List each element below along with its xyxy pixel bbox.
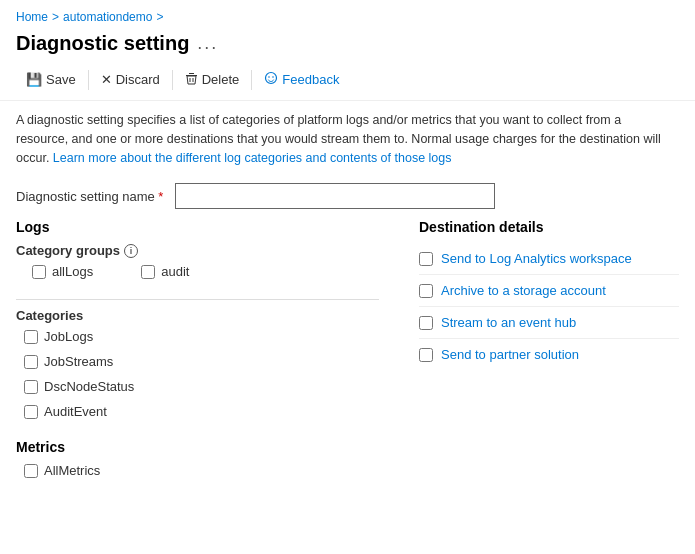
breadcrumb: Home > automationdemo > <box>0 0 695 28</box>
svg-point-5 <box>268 76 270 78</box>
dest-storage-account: Archive to a storage account <box>419 275 679 307</box>
categories-title: Categories <box>16 308 379 323</box>
discard-icon: ✕ <box>101 72 112 87</box>
toolbar-divider-2 <box>172 70 173 90</box>
logs-section-title: Logs <box>16 219 379 235</box>
breadcrumb-sep2: > <box>156 10 163 24</box>
DscNodeStatus-checkbox[interactable] <box>24 380 38 394</box>
log-analytics-label[interactable]: Send to Log Analytics workspace <box>441 251 632 266</box>
metrics-section-title: Metrics <box>16 439 679 455</box>
save-icon: 💾 <box>26 72 42 87</box>
AuditEvent-checkbox[interactable] <box>24 405 38 419</box>
save-label: Save <box>46 72 76 87</box>
delete-icon <box>185 72 198 88</box>
partner-solution-checkbox[interactable] <box>419 348 433 362</box>
checkbox-allLogs: allLogs <box>24 264 93 279</box>
setting-name-label: Diagnostic setting name * <box>16 189 163 204</box>
feedback-icon <box>264 71 278 88</box>
storage-account-label[interactable]: Archive to a storage account <box>441 283 606 298</box>
event-hub-checkbox[interactable] <box>419 316 433 330</box>
category-groups-info-icon[interactable]: i <box>124 244 138 258</box>
checkbox-audit: audit <box>133 264 189 279</box>
AllMetrics-label[interactable]: AllMetrics <box>44 463 100 478</box>
page-title-ellipsis[interactable]: ... <box>197 33 218 54</box>
toolbar-divider-3 <box>251 70 252 90</box>
allLogs-label[interactable]: allLogs <box>52 264 93 279</box>
feedback-button[interactable]: Feedback <box>254 67 349 92</box>
checkbox-JobLogs: JobLogs <box>16 329 379 344</box>
checkbox-AuditEvent: AuditEvent <box>16 404 379 419</box>
discard-label: Discard <box>116 72 160 87</box>
category-groups-title: Category groups i <box>16 243 379 258</box>
dest-log-analytics: Send to Log Analytics workspace <box>419 243 679 275</box>
main-content: Logs Category groups i allLogs audit Cat… <box>0 219 695 429</box>
JobLogs-checkbox[interactable] <box>24 330 38 344</box>
audit-checkbox[interactable] <box>141 265 155 279</box>
allLogs-checkbox[interactable] <box>32 265 46 279</box>
DscNodeStatus-label[interactable]: DscNodeStatus <box>44 379 134 394</box>
audit-label[interactable]: audit <box>161 264 189 279</box>
storage-account-checkbox[interactable] <box>419 284 433 298</box>
page-title: Diagnostic setting <box>16 32 189 55</box>
breadcrumb-sep1: > <box>52 10 59 24</box>
breadcrumb-home[interactable]: Home <box>16 10 48 24</box>
JobLogs-label[interactable]: JobLogs <box>44 329 93 344</box>
toolbar-divider-1 <box>88 70 89 90</box>
delete-label: Delete <box>202 72 240 87</box>
destination-section: Destination details Send to Log Analytic… <box>399 219 679 429</box>
destination-section-title: Destination details <box>419 219 679 235</box>
dest-event-hub: Stream to an event hub <box>419 307 679 339</box>
dest-partner-solution: Send to partner solution <box>419 339 679 370</box>
setting-name-input[interactable] <box>175 183 495 209</box>
description-box: A diagnostic setting specifies a list of… <box>0 101 680 177</box>
page-title-row: Diagnostic setting ... <box>0 28 695 63</box>
save-button[interactable]: 💾 Save <box>16 68 86 91</box>
svg-rect-1 <box>189 73 194 74</box>
metrics-section: Metrics AllMetrics <box>0 429 695 498</box>
JobStreams-checkbox[interactable] <box>24 355 38 369</box>
partner-solution-label[interactable]: Send to partner solution <box>441 347 579 362</box>
required-marker: * <box>155 189 164 204</box>
event-hub-label[interactable]: Stream to an event hub <box>441 315 576 330</box>
toolbar: 💾 Save ✕ Discard Delete <box>0 63 695 101</box>
setting-name-row: Diagnostic setting name * <box>0 177 695 219</box>
logs-section: Logs Category groups i allLogs audit Cat… <box>16 219 399 429</box>
AllMetrics-checkbox[interactable] <box>24 464 38 478</box>
feedback-label: Feedback <box>282 72 339 87</box>
categories-divider <box>16 299 379 300</box>
checkbox-DscNodeStatus: DscNodeStatus <box>16 379 379 394</box>
log-analytics-checkbox[interactable] <box>419 252 433 266</box>
checkbox-AllMetrics: AllMetrics <box>16 463 679 478</box>
checkbox-JobStreams: JobStreams <box>16 354 379 369</box>
svg-point-6 <box>272 76 274 78</box>
discard-button[interactable]: ✕ Discard <box>91 68 170 91</box>
category-groups-row: allLogs audit <box>16 264 379 289</box>
learn-more-link[interactable]: Learn more about the different log categ… <box>53 151 452 165</box>
JobStreams-label[interactable]: JobStreams <box>44 354 113 369</box>
AuditEvent-label[interactable]: AuditEvent <box>44 404 107 419</box>
breadcrumb-automationdemo[interactable]: automationdemo <box>63 10 152 24</box>
delete-button[interactable]: Delete <box>175 68 250 92</box>
